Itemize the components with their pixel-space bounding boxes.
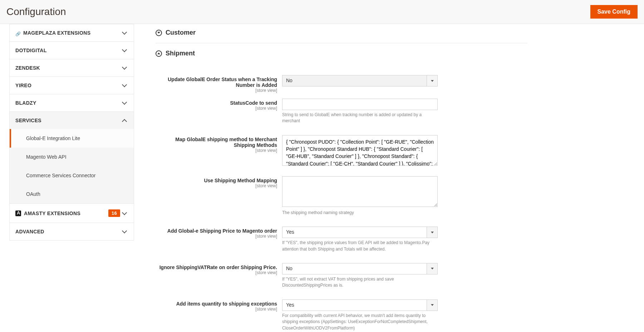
use-mapping-textarea[interactable] bbox=[282, 176, 438, 207]
sidebar-section-services[interactable]: SERVICES Global-E Integration Lite Magen… bbox=[9, 112, 134, 204]
ignore-vat-select[interactable]: No bbox=[282, 263, 438, 274]
sidebar-item-webapi[interactable]: Magento Web API bbox=[10, 148, 134, 166]
sidebar-section-yireo[interactable]: YIREO bbox=[9, 77, 134, 94]
field-use-mapping: Use Shipping Method Mapping [store view]… bbox=[156, 173, 527, 219]
field-label: Use Shipping Method Mapping bbox=[204, 178, 277, 183]
sidebar-section-mageplaza[interactable]: 🔗MAGEPLAZA EXTENSIONS bbox=[9, 24, 134, 42]
field-label: StatusCode to send bbox=[230, 100, 277, 106]
sidebar-section-advanced[interactable]: ADVANCED bbox=[9, 223, 134, 241]
page-title: Configuration bbox=[6, 6, 66, 18]
field-map-shipping: Map GlobalE shipping method to Merchant … bbox=[156, 132, 527, 170]
add-qty-select[interactable]: Yes bbox=[282, 299, 438, 311]
sidebar-label: ADVANCED bbox=[15, 229, 44, 234]
config-content: Customer Shipment Update GlobalE Order S… bbox=[134, 24, 538, 332]
chevron-up-icon bbox=[122, 118, 127, 123]
chevron-down-icon bbox=[122, 229, 127, 234]
sidebar-label: ZENDESK bbox=[15, 65, 40, 71]
save-config-button[interactable]: Save Config bbox=[590, 5, 638, 19]
scope-label: [store view] bbox=[156, 307, 277, 312]
section-title: Customer bbox=[166, 29, 196, 36]
section-title: Shipment bbox=[166, 50, 195, 57]
scope-label: [store view] bbox=[156, 270, 277, 275]
chevron-down-icon bbox=[122, 66, 127, 70]
sidebar-item-globale[interactable]: Global-E Integration Lite bbox=[10, 129, 134, 148]
field-note: String to send to GlobalE when tracking … bbox=[282, 112, 438, 124]
chevron-down-icon bbox=[122, 211, 127, 215]
sidebar-label: AMASTY EXTENSIONS bbox=[24, 210, 80, 216]
chevron-down-icon bbox=[122, 101, 127, 105]
link-icon: 🔗 bbox=[15, 31, 20, 34]
field-label: Add Global-e Shipping Price to Magento o… bbox=[167, 228, 277, 234]
scope-label: [store view] bbox=[156, 148, 277, 153]
dropdown-arrow-icon bbox=[427, 75, 437, 86]
sidebar-section-zendesk[interactable]: ZENDESK bbox=[9, 59, 134, 77]
map-shipping-textarea[interactable] bbox=[282, 135, 438, 166]
amasty-icon bbox=[15, 210, 21, 216]
sidebar-label: MAGEPLAZA EXTENSIONS bbox=[23, 30, 90, 36]
field-note: If "YES", will not extract VAT from ship… bbox=[282, 276, 438, 289]
sidebar-label: DOTDIGITAL bbox=[15, 48, 47, 53]
field-label: Add items quantity to shipping exception… bbox=[176, 301, 277, 307]
field-note: The shipping method naming strategy bbox=[282, 210, 438, 216]
sidebar-item-oauth[interactable]: OAuth bbox=[10, 185, 134, 203]
field-update-status: Update GlobalE Order Status when a Track… bbox=[156, 72, 527, 96]
expand-icon bbox=[156, 50, 162, 57]
dropdown-arrow-icon bbox=[427, 263, 437, 274]
field-note: For compatibility with current API behav… bbox=[282, 313, 438, 331]
update-status-select[interactable]: No bbox=[282, 75, 438, 86]
section-customer[interactable]: Customer bbox=[156, 19, 527, 43]
field-note: If "YES", the shipping price values from… bbox=[282, 240, 438, 252]
sidebar-section-bladzy[interactable]: BLADZY bbox=[9, 94, 134, 112]
sidebar-section-amasty[interactable]: AMASTY EXTENSIONS 16 bbox=[9, 204, 134, 223]
sidebar-item-commerce[interactable]: Commerce Services Connector bbox=[10, 166, 134, 185]
status-code-input[interactable] bbox=[282, 99, 438, 110]
scope-label: [store view] bbox=[156, 106, 277, 111]
add-price-select[interactable]: Yes bbox=[282, 227, 438, 238]
sidebar-section-dotdigital[interactable]: DOTDIGITAL bbox=[9, 42, 134, 59]
scope-label: [store view] bbox=[156, 88, 277, 93]
sidebar-label: SERVICES bbox=[15, 118, 41, 123]
field-label: Update GlobalE Order Status when a Track… bbox=[168, 76, 277, 88]
dropdown-arrow-icon bbox=[427, 227, 437, 238]
section-shipment[interactable]: Shipment bbox=[156, 43, 527, 64]
field-ignore-vat: Ignore ShippingVATRate on order Shipping… bbox=[156, 260, 527, 292]
chevron-down-icon bbox=[122, 31, 127, 35]
field-add-price: Add Global-e Shipping Price to Magento o… bbox=[156, 224, 527, 255]
config-sidebar: 🔗MAGEPLAZA EXTENSIONS DOTDIGITAL ZENDESK… bbox=[0, 24, 134, 332]
field-status-code: StatusCode to send [store view] String t… bbox=[156, 96, 527, 127]
chevron-down-icon bbox=[122, 48, 127, 53]
chevron-down-icon bbox=[122, 83, 127, 88]
field-add-qty: Add items quantity to shipping exception… bbox=[156, 297, 527, 332]
collapse-icon bbox=[156, 30, 162, 36]
sidebar-label: YIREO bbox=[15, 83, 31, 88]
scope-label: [store view] bbox=[156, 183, 277, 188]
field-label: Ignore ShippingVATRate on order Shipping… bbox=[159, 264, 277, 270]
dropdown-arrow-icon bbox=[427, 300, 437, 311]
field-label: Map GlobalE shipping method to Merchant … bbox=[175, 137, 277, 148]
sidebar-label: BLADZY bbox=[15, 100, 36, 106]
count-badge: 16 bbox=[108, 209, 120, 217]
scope-label: [store view] bbox=[156, 234, 277, 239]
